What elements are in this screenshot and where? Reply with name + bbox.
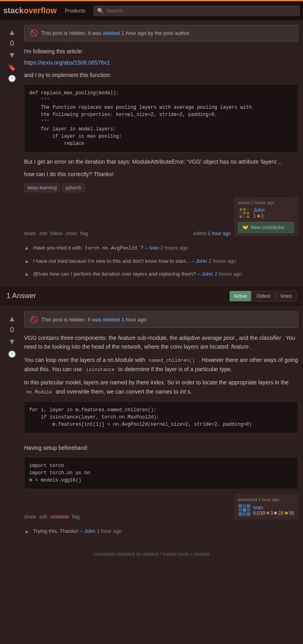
answer-flag-link[interactable]: flag [72, 514, 79, 520]
answer-meta-row: share edit undelete flag answered 1 hour… [24, 494, 298, 520]
answer-share-link[interactable]: share [24, 514, 36, 520]
answer-edit-link[interactable]: edit [39, 514, 47, 520]
tag-deep-learning[interactable]: deep-learning [24, 183, 60, 192]
comment-1: ▲ Have you tried it with torch.nn.AvgPoo… [24, 242, 298, 255]
products-menu[interactable]: Products [61, 6, 88, 15]
question-vote-col: ▲ 0 ▼ 🔖 🕐 [0, 20, 24, 286]
answer-deleted-link[interactable]: deleted [103, 317, 120, 323]
question-hidden-notice: 🚫 This post is hidden. It was deleted 1 … [24, 25, 298, 41]
svg-rect-14 [239, 508, 242, 512]
share-link[interactable]: share [24, 231, 36, 236]
body-line-4: how can I do this correctly? Thanks! [24, 170, 298, 179]
answer-comment-user-link[interactable]: John [84, 528, 95, 534]
svg-rect-13 [247, 504, 250, 508]
search-bar[interactable]: 🔍 [94, 6, 300, 16]
svg-rect-18 [243, 512, 246, 516]
follow-link[interactable]: follow [50, 231, 63, 236]
answer-comment-vote[interactable]: ▲ [24, 528, 29, 534]
answer-comments: ▲ Trying this. Thanks! – John 1 hour ago [24, 524, 298, 538]
answer-upvote-button[interactable]: ▲ [6, 313, 18, 324]
edit-link[interactable]: edit [39, 231, 47, 236]
user-info: John 1 1 [238, 207, 294, 219]
answers-count: 1 Answer [6, 292, 36, 300]
comment-vote-icon-3[interactable]: ▲ [24, 271, 29, 277]
answer-content: 🚫 This post is hidden. It was deleted 1 … [24, 307, 303, 543]
search-input[interactable] [106, 8, 296, 14]
close-link[interactable]: close [66, 231, 77, 236]
answer-downvote-button[interactable]: ▼ [6, 336, 18, 347]
question-tags: deep-learning pytorch [24, 183, 298, 192]
comment-3: ▲ @Ivan how can I perform the iteration … [24, 268, 298, 281]
answer-user-rep: 8,039 3 26 56 [253, 510, 294, 516]
comment-code: torch.nn.AvgPool2d [83, 245, 139, 252]
answer-history-icon[interactable]: 🕐 [8, 350, 16, 358]
comment-user-link[interactable]: Ivan [149, 245, 159, 251]
question-code-block: def replace_max_pooling(model): ''' The … [24, 84, 298, 152]
svg-rect-2 [243, 208, 246, 211]
bottom-notice: comments disabled on deleted / locked po… [0, 546, 303, 562]
comment-2: ▲ I have not tried becaue I'm new to thi… [24, 255, 298, 268]
new-contributor-label: New contributor [251, 225, 285, 230]
question-upvote-button[interactable]: ▲ [6, 26, 18, 38]
question-downvote-button[interactable]: ▼ [6, 49, 18, 61]
edited-time-link[interactable]: 1 hour ago [208, 231, 231, 236]
body-line-1: I'm following this article: [24, 47, 298, 56]
answer-italic-3: classifier [259, 335, 281, 341]
edited-time: edited 1 hour ago [193, 231, 231, 236]
sort-oldest-button[interactable]: Oldest [252, 291, 275, 301]
answer-italic-1: feature [118, 335, 136, 341]
article-link[interactable]: https://arxiv.org/abs/1508.06576v1 [24, 59, 110, 66]
hidden-time: 1 hour ago by the post author. [121, 30, 191, 36]
tag-pytorch[interactable]: pytorch [62, 183, 84, 192]
comment-user-link-2[interactable]: John [196, 258, 207, 264]
answer-code-2: isinstance [84, 366, 117, 374]
body-line-3: But I get an error on the iteration that… [24, 157, 298, 166]
question-body-after-code: But I get an error on the iteration that… [24, 157, 298, 179]
answer-code-block-1: for i, layer in m.features.named_childre… [24, 401, 298, 433]
answer-italic-2: adaptive average pool [179, 335, 234, 341]
comment-vote-icon-2[interactable]: ▲ [24, 258, 29, 264]
answer-code-3: nn.Module [24, 389, 54, 396]
question-vote-count: 0 [10, 39, 14, 48]
flag-link[interactable]: flag [80, 231, 88, 236]
answer-code-block-2: import torch import torch.nn as nn m = m… [24, 457, 298, 489]
question-body: I'm following this article: https://arxi… [24, 47, 298, 79]
answer-user-name[interactable]: Ivan [253, 504, 263, 510]
hidden-notice-text: This post is hidden. It was deleted 1 ho… [41, 30, 191, 36]
answer-italic-4: feature [231, 343, 249, 350]
divider-1 [24, 438, 298, 439]
answer-body-p3: In this particular model, layers are nam… [24, 378, 298, 396]
svg-rect-4 [240, 212, 242, 214]
history-icon[interactable]: 🕐 [8, 75, 16, 82]
having-setup: Having setup beforehand: [24, 443, 298, 452]
question-user-card: asked 2 hours ago [234, 197, 298, 236]
question-user-name[interactable]: John [253, 207, 264, 213]
logo-overflow: overflow [24, 6, 57, 15]
answer-vote-col: ▲ 0 ▼ 🕐 [0, 307, 24, 543]
comment-user-link-3[interactable]: John [202, 271, 213, 277]
answer-body-2: Having setup beforehand: [24, 443, 298, 452]
answer-comment-1: ▲ Trying this. Thanks! – John 1 hour ago [24, 525, 298, 538]
sort-votes-button[interactable]: Votes [276, 291, 297, 301]
logo-stack: stack [3, 6, 24, 15]
bookmark-icon[interactable]: 🔖 [8, 64, 16, 71]
svg-rect-9 [247, 215, 249, 218]
navbar: stackoverflow Products 🔍 [0, 0, 303, 20]
svg-rect-11 [239, 504, 242, 508]
answer-bronze-dot [266, 512, 269, 514]
site-logo[interactable]: stackoverflow [3, 6, 57, 15]
svg-rect-5 [243, 212, 246, 214]
answer-sort-buttons: Active Oldest Votes [230, 291, 297, 301]
sort-active-button[interactable]: Active [230, 291, 252, 301]
answer-gold-dot [285, 512, 288, 514]
answer-body-p1: VGG contains three components: the featu… [24, 333, 298, 351]
answer-user-info: Ivan 8,039 3 26 56 [238, 504, 294, 516]
asked-time: asked 2 hours ago [238, 200, 294, 205]
comment-vote-icon[interactable]: ▲ [24, 245, 29, 251]
svg-rect-12 [243, 504, 246, 508]
deleted-link[interactable]: deleted [103, 30, 120, 36]
answer-undelete-link[interactable]: undelete [50, 514, 69, 520]
answer-silver-dot [274, 512, 277, 514]
svg-rect-19 [247, 512, 250, 516]
answer-hidden-icon: 🚫 [30, 316, 38, 323]
